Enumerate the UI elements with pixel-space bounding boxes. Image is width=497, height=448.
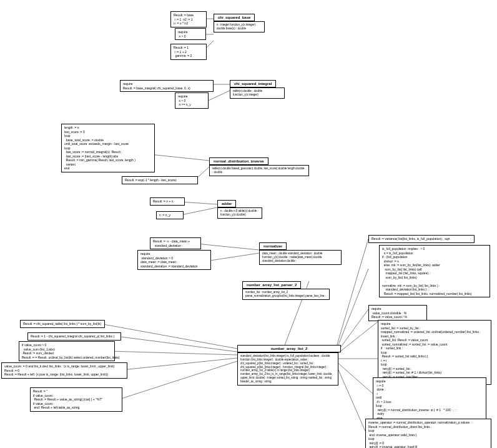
note-right-6: inverse_operator := normal_distribution_… (365, 419, 491, 448)
attrs-csb: n : integer function_y(x:integer) : doub… (214, 21, 265, 32)
svg-line-21 (336, 361, 373, 394)
note-left-3: if value_count > 0 value_sum (list_1:abs… (19, 341, 115, 361)
attrs-nalp: number_list : number_array_list_2 parse_… (242, 289, 330, 300)
attrs-ndi: table(x):double based_gaussian( double, … (209, 165, 309, 176)
note-csi-2: require x > 0 n >= n_y (175, 92, 209, 109)
class-adder: adder (217, 200, 236, 207)
svg-line-19 (336, 322, 378, 355)
attrs-add: n : double n:0 table(x):double : functio… (217, 207, 262, 219)
attrs-csi: table(x):double : double function_y(x:in… (230, 87, 285, 99)
class-number-array-list-parser-2: number_array_list_parser_2 (242, 281, 301, 289)
attrs-nal: standard_deviation(list_links:integer) i… (237, 352, 338, 386)
class-normal-distribution-inverse: normal_distribution_inverse (209, 157, 268, 165)
note-csb-2: require n > 0 (175, 28, 206, 40)
note-csb-3: Result := 1 i := 1 + 2 gamma := 2 (170, 44, 207, 60)
note-add-2: n := n_y (156, 211, 184, 219)
note-left-4: value_count := 0 and list_k:dev( list_li… (1, 362, 127, 379)
note-csi-1: require Result := base_integral( chi_squ… (120, 80, 214, 92)
svg-line-5 (150, 154, 209, 161)
svg-line-10 (206, 253, 259, 261)
note-add-1: Result := n + n (150, 197, 185, 206)
note-right-1: Result := variance( list(list_links, is_… (368, 235, 475, 243)
svg-line-12 (116, 336, 237, 352)
note-csb-1: Result := base i := 1 n2 := 1 u := u * n… (170, 11, 207, 27)
note-ndi-1: length := n last_score := 0 loop base_to… (61, 124, 155, 172)
svg-line-7 (180, 202, 217, 204)
note-right-2: is_full_population :implies : > 0 s:= is… (379, 245, 490, 297)
note-left-2: Result := 1 - chi_squared_integral chi_s… (27, 332, 121, 341)
class-normalizer: normalizer (259, 242, 287, 250)
class-chi-squared-base: chi_squared_base (214, 14, 255, 21)
note-norm-1: Result := -x - data_mean + standard_devi… (150, 237, 201, 249)
svg-line-13 (109, 351, 237, 355)
class-number-array-list-2: number_array_list_2 (237, 345, 341, 352)
attrs-norm: data_mean : double standard_deviation : … (259, 250, 342, 265)
note-left-1: Result := chi_squared_table( list_links … (20, 320, 105, 328)
svg-line-8 (178, 207, 217, 216)
note-right-3: require value_count:divisible : % Result… (368, 305, 427, 321)
svg-line-17 (336, 269, 368, 351)
note-ndi-2: Result := exp(-1 * length - last_score) (122, 176, 198, 184)
svg-line-15 (117, 361, 237, 400)
class-chi-squared-integral: chi_squared_integral (230, 80, 276, 87)
note-left-5: Result := '' if value_count : Result := … (30, 387, 122, 412)
svg-line-9 (197, 244, 259, 250)
note-norm-2: require standard_deviation > 0 data_mean… (137, 250, 211, 270)
note-right-4: require sorted_list := sorted_by_list : … (378, 320, 491, 385)
svg-line-22 (336, 364, 365, 431)
svg-line-14 (122, 358, 237, 370)
